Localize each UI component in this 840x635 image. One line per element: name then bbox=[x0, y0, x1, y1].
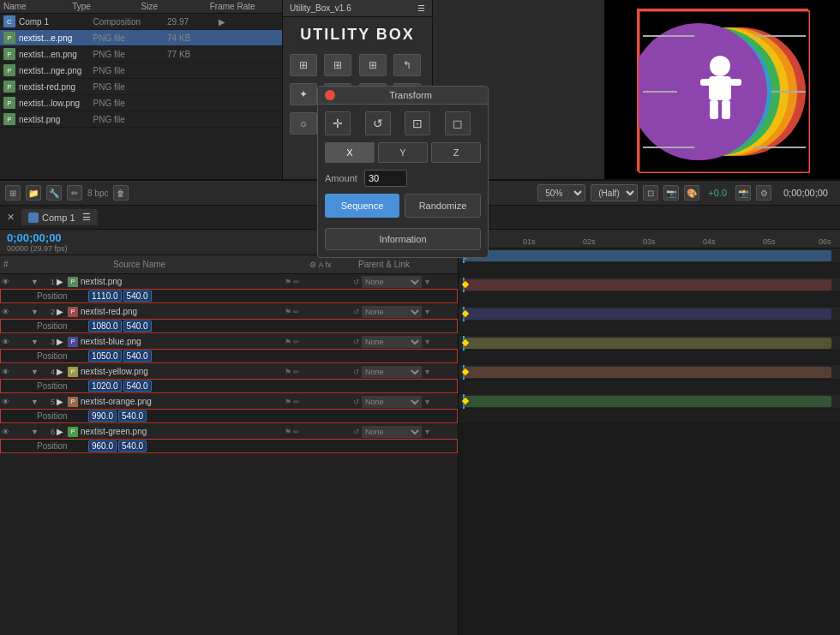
eye-toggle-2[interactable]: 👁 bbox=[2, 308, 14, 316]
transform-opacity-icon[interactable]: ◻ bbox=[445, 111, 471, 135]
svg-rect-12 bbox=[710, 100, 718, 119]
file-row-1[interactable]: P nextist...e.png PNG file 74 KB bbox=[0, 30, 282, 46]
ub-btn-1[interactable]: ⊞ bbox=[290, 54, 317, 76]
transform-rotate-icon[interactable]: ↺ bbox=[365, 111, 391, 135]
collapse-5[interactable]: ▼ bbox=[31, 398, 43, 406]
expand-2[interactable]: ▶ bbox=[57, 307, 65, 316]
parent-select-5[interactable]: None bbox=[362, 396, 422, 408]
file-row-2[interactable]: P nextist...en.png PNG file 77 KB bbox=[0, 46, 282, 63]
ub-btn-4[interactable]: ↰ bbox=[393, 54, 421, 76]
collapse-2[interactable]: ▼ bbox=[31, 308, 43, 316]
preview-svg bbox=[639, 10, 810, 173]
parent-select-1[interactable]: None bbox=[362, 276, 422, 288]
utility-box-menu-icon[interactable]: ☰ bbox=[417, 3, 425, 13]
collapse-3[interactable]: ▼ bbox=[31, 338, 43, 346]
expand-5[interactable]: ▶ bbox=[57, 397, 65, 406]
sequence-button[interactable]: Sequence bbox=[325, 194, 399, 218]
camera-icon[interactable]: 📸 bbox=[735, 185, 751, 201]
parent-select-2[interactable]: None bbox=[362, 306, 422, 318]
eye-toggle-5[interactable]: 👁 bbox=[2, 398, 14, 406]
close-tab-icon[interactable]: ✕ bbox=[7, 212, 15, 223]
fit-icon[interactable]: ⊡ bbox=[643, 185, 658, 201]
file-type: PNG file bbox=[93, 66, 168, 75]
toolbar-icon-3[interactable]: 🔧 bbox=[46, 185, 62, 201]
parent-select-3[interactable]: None bbox=[362, 336, 422, 348]
parent-select-4[interactable]: None bbox=[362, 366, 422, 378]
timeline-col-headers: # Source Name ⚙ A fx Parent & Link bbox=[0, 255, 458, 274]
toolbar-icon-2[interactable]: 📁 bbox=[26, 185, 41, 201]
file-row-5[interactable]: P nextist...low.png PNG file bbox=[0, 95, 282, 111]
pos-x-4[interactable]: 1020.0 bbox=[88, 380, 122, 392]
transform-move-icon[interactable]: ✛ bbox=[325, 111, 351, 135]
layer-rows-container: 👁 ▼ 1 ▶ P nextist.png ⚑ ✏ ↺ None ▼ bbox=[0, 274, 458, 454]
layer-num-2: 2 bbox=[43, 308, 57, 316]
amount-input[interactable] bbox=[364, 170, 407, 187]
expand-6[interactable]: ▶ bbox=[57, 427, 65, 436]
ub-btn-9[interactable]: ☼ bbox=[290, 112, 317, 135]
parent-select-6[interactable]: None bbox=[362, 426, 422, 438]
timeline-time-display: 0;00;00;00 00000 (29.97 fps) bbox=[7, 231, 68, 253]
comp-tab[interactable]: Comp 1 ☰ bbox=[21, 209, 98, 225]
pos-x-3[interactable]: 1050.0 bbox=[88, 350, 122, 362]
layer-row-3[interactable]: 👁 ▼ 3 ▶ P nextist-blue.png ⚑ ✏ ↺ None bbox=[0, 334, 458, 349]
transform-scale-icon[interactable]: ⊡ bbox=[405, 111, 430, 135]
zoom-select[interactable]: 50% 100% bbox=[537, 184, 585, 201]
collapse-4[interactable]: ▼ bbox=[31, 368, 43, 376]
eye-toggle-4[interactable]: 👁 bbox=[2, 368, 14, 376]
color-icon[interactable]: 🎨 bbox=[684, 185, 699, 201]
collapse-6[interactable]: ▼ bbox=[31, 428, 43, 436]
file-row-4[interactable]: P nextist-red.png PNG file bbox=[0, 79, 282, 95]
toolbar-icon-1[interactable]: ⊞ bbox=[5, 185, 21, 201]
collapse-1[interactable]: ▼ bbox=[31, 278, 43, 286]
snapshot-icon[interactable]: 📷 bbox=[663, 185, 679, 201]
layer-row-5[interactable]: 👁 ▼ 5 ▶ P nextist-orange.png ⚑ ✏ ↺ None bbox=[0, 394, 458, 409]
eye-toggle-1[interactable]: 👁 bbox=[2, 278, 14, 286]
layer-row-1[interactable]: 👁 ▼ 1 ▶ P nextist.png ⚑ ✏ ↺ None ▼ bbox=[0, 274, 458, 289]
layer-row-4[interactable]: 👁 ▼ 4 ▶ P nextist-yellow.png ⚑ ✏ ↺ None bbox=[0, 364, 458, 379]
layer-row-2[interactable]: 👁 ▼ 2 ▶ P nextist-red.png ⚑ ✏ ↺ None bbox=[0, 304, 458, 319]
pos-x-1[interactable]: 1110.0 bbox=[88, 291, 122, 302]
information-button[interactable]: Information bbox=[325, 228, 481, 250]
expand-3[interactable]: ▶ bbox=[57, 337, 65, 346]
pos-x-5[interactable]: 990.0 bbox=[88, 410, 117, 422]
x-axis-button[interactable]: X bbox=[325, 142, 375, 163]
pos-y-2[interactable]: 540.0 bbox=[123, 320, 152, 332]
comp-tab-menu[interactable]: ☰ bbox=[82, 212, 91, 223]
ub-btn-5[interactable]: ✦ bbox=[290, 83, 317, 105]
quality-select[interactable]: (Half) (Full) bbox=[591, 184, 638, 201]
file-name: nextist.png bbox=[19, 115, 93, 124]
eye-toggle-6[interactable]: 👁 bbox=[2, 428, 14, 436]
file-row-comp1[interactable]: C Comp 1 Composition 29.97 ▶ bbox=[0, 14, 282, 30]
pos-x-2[interactable]: 1080.0 bbox=[88, 320, 122, 332]
svg-rect-9 bbox=[709, 76, 731, 100]
track-pos-2 bbox=[459, 292, 840, 307]
randomize-button[interactable]: Randomize bbox=[405, 194, 481, 218]
png-icon: P bbox=[3, 97, 15, 109]
ub-btn-3[interactable]: ⊞ bbox=[359, 54, 387, 76]
svg-rect-10 bbox=[700, 79, 711, 86]
timeline-right-panel: 0s 01s 02s 03s 04s 05s 06s bbox=[459, 230, 840, 635]
pos-y-3[interactable]: 540.0 bbox=[123, 350, 152, 362]
layer-num-1: 1 bbox=[43, 278, 57, 286]
file-row-6[interactable]: P nextist.png PNG file bbox=[0, 111, 282, 128]
expand-4[interactable]: ▶ bbox=[57, 367, 65, 376]
ub-btn-2[interactable]: ⊞ bbox=[324, 54, 351, 76]
pos-y-6[interactable]: 540.0 bbox=[118, 440, 147, 452]
file-row-3[interactable]: P nextist...nge.png PNG file bbox=[0, 63, 282, 79]
y-axis-button[interactable]: Y bbox=[378, 142, 428, 163]
expand-1[interactable]: ▶ bbox=[57, 277, 65, 286]
layer-num-4: 4 bbox=[43, 368, 57, 376]
settings-icon[interactable]: ⚙ bbox=[756, 185, 771, 201]
trash-icon[interactable]: 🗑 bbox=[113, 185, 129, 201]
z-axis-button[interactable]: Z bbox=[431, 142, 481, 163]
close-icon[interactable] bbox=[325, 90, 335, 100]
eye-toggle-3[interactable]: 👁 bbox=[2, 338, 14, 346]
transform-info-row: Information bbox=[318, 225, 488, 257]
layer-row-6[interactable]: 👁 ▼ 6 ▶ P nextist-green.png ⚑ ✏ ↺ None bbox=[0, 424, 458, 439]
pos-y-5[interactable]: 540.0 bbox=[118, 410, 147, 422]
track-pos-5 bbox=[459, 380, 840, 394]
pos-y-4[interactable]: 540.0 bbox=[123, 380, 152, 392]
pos-y-1[interactable]: 540.0 bbox=[123, 291, 152, 302]
toolbar-icon-4[interactable]: ✏ bbox=[67, 185, 82, 201]
pos-x-6[interactable]: 960.0 bbox=[88, 440, 117, 452]
